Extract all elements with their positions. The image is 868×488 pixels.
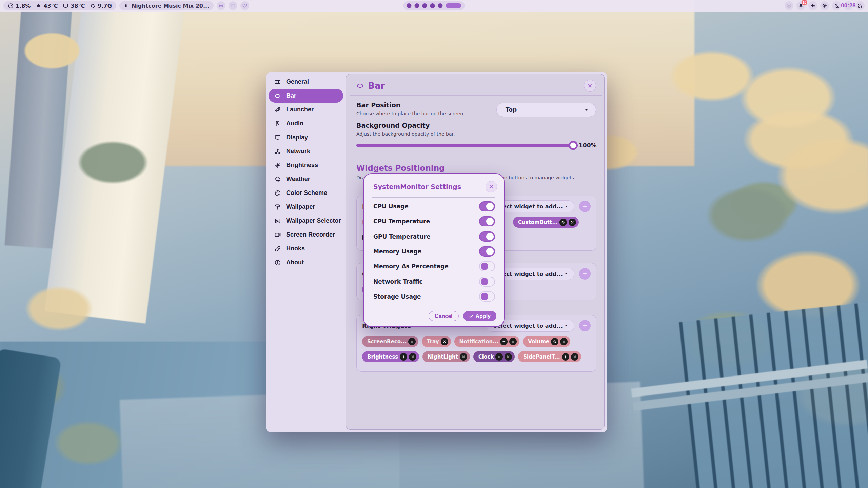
- ghost-button[interactable]: [217, 1, 225, 10]
- toggle-switch[interactable]: [479, 261, 495, 271]
- stat-cpu-temp: 43°C: [36, 3, 58, 9]
- background-opacity-label: Background Opacity: [356, 122, 596, 129]
- systemmonitor-settings-modal: SystemMonitor Settings CPU Usage CPU Tem…: [363, 173, 505, 327]
- toggle-switch[interactable]: [479, 277, 495, 287]
- chip-nightlight[interactable]: NightLight: [422, 351, 470, 362]
- chip-remove-button[interactable]: [569, 219, 576, 226]
- chip-settings-button[interactable]: [551, 338, 558, 345]
- opacity-slider[interactable]: [356, 144, 573, 147]
- sidebar-item-network[interactable]: Network: [269, 144, 343, 158]
- sidebar-item-label: Bar: [286, 92, 296, 99]
- sidebar-item-icon: [274, 106, 281, 113]
- sidebar-item-audio[interactable]: Audio: [269, 117, 343, 130]
- toggle-label: Network Traffic: [373, 278, 423, 285]
- opacity-value: 100%: [579, 142, 597, 149]
- divider: [372, 197, 495, 198]
- stat-gpu-temp: 38°C: [63, 3, 85, 9]
- sidebar-item-label: Wallpaper Selector: [286, 217, 341, 224]
- modal-close-button[interactable]: [486, 181, 497, 192]
- workspace-dot[interactable]: [415, 3, 419, 8]
- sidebar-item-wallpaper[interactable]: Wallpaper: [269, 200, 343, 214]
- quick-buttons: [217, 1, 249, 10]
- chip-settings-button[interactable]: [562, 353, 569, 361]
- chip-notification[interactable]: Notification...: [454, 336, 520, 347]
- sidebar-item-bar[interactable]: Bar: [269, 89, 343, 103]
- apply-button[interactable]: Apply: [463, 311, 496, 321]
- volume-button[interactable]: [808, 1, 817, 10]
- add-widget-button[interactable]: [579, 201, 591, 212]
- workspace-active[interactable]: [446, 3, 461, 8]
- notifications-button[interactable]: 10: [796, 1, 805, 10]
- brightness-button[interactable]: [820, 1, 829, 10]
- toggle-switch[interactable]: [479, 231, 495, 242]
- panel-close-button[interactable]: [584, 80, 596, 92]
- chip-brightness[interactable]: Brightness: [362, 351, 419, 362]
- workspace-dot[interactable]: [422, 3, 427, 8]
- chip-remove-button[interactable]: [571, 353, 578, 361]
- opacity-slider-knob[interactable]: [569, 141, 578, 150]
- workspace-dot[interactable]: [407, 3, 412, 8]
- night-light-button[interactable]: [832, 1, 841, 10]
- favorite-button[interactable]: [229, 1, 237, 10]
- screen-record-button[interactable]: [785, 1, 793, 10]
- sidebar-item-icon: [274, 134, 281, 141]
- chip-settings-button[interactable]: [495, 353, 503, 361]
- toggle-switch[interactable]: [479, 291, 495, 302]
- sidebar-item-icon: [274, 148, 281, 155]
- toggle-switch[interactable]: [479, 216, 495, 226]
- sidebar-item-label: Launcher: [286, 106, 314, 113]
- chip-remove-button[interactable]: [509, 338, 517, 345]
- notification-badge: 10: [802, 0, 807, 5]
- sidebar-item-hooks[interactable]: Hooks: [269, 242, 343, 256]
- chevron-down-icon: [564, 204, 569, 209]
- sidebar-item-label: Color Scheme: [286, 189, 327, 197]
- toggle-switch[interactable]: [479, 246, 495, 257]
- sidebar-item-wallpaper-selector[interactable]: Wallpaper Selector: [269, 214, 343, 228]
- sidebar-item-general[interactable]: General: [269, 75, 343, 89]
- workspace-indicator[interactable]: [403, 1, 465, 10]
- toggle-knob: [486, 248, 494, 255]
- top-bar: 1.8%43°C38°C9.7G Nightcore Music Mix 20.…: [0, 0, 868, 12]
- chip-volume[interactable]: Volume: [523, 336, 570, 347]
- chip-sidepanel[interactable]: SidePanelT...: [518, 351, 581, 362]
- chip-remove-button[interactable]: [441, 338, 448, 345]
- toggle-network-traffic: Network Traffic: [373, 274, 495, 289]
- favorite-button-2[interactable]: [240, 1, 249, 10]
- chip-remove-button[interactable]: [460, 353, 467, 361]
- chip-label: SidePanelT...: [523, 354, 560, 360]
- settings-sidebar: General Bar Launcher Audio Display Netwo…: [266, 72, 346, 432]
- clock-display[interactable]: 00:28: [844, 1, 853, 10]
- chip-screenrecorder[interactable]: ScreenReco...: [362, 336, 418, 347]
- sidebar-item-launcher[interactable]: Launcher: [269, 103, 343, 117]
- chip-settings-button[interactable]: [559, 219, 567, 226]
- sidebar-item-brightness[interactable]: Brightness: [269, 158, 343, 172]
- chip-custombutton[interactable]: CustomButt...: [513, 217, 579, 228]
- media-player-pill[interactable]: Nightcore Music Mix 20...: [119, 1, 214, 10]
- pause-icon[interactable]: [124, 3, 129, 8]
- chip-remove-button[interactable]: [505, 353, 512, 361]
- chip-remove-button[interactable]: [409, 353, 416, 361]
- chip-remove-button[interactable]: [560, 338, 568, 345]
- chip-tray[interactable]: Tray: [422, 336, 451, 347]
- sidebar-item-display[interactable]: Display: [269, 130, 343, 144]
- sidebar-item-about[interactable]: About: [269, 256, 343, 269]
- sidebar-item-icon: [274, 93, 281, 99]
- add-widget-button[interactable]: [579, 320, 591, 331]
- chip-settings-button[interactable]: [500, 338, 508, 345]
- workspace-dot[interactable]: [438, 3, 443, 8]
- stat-icon: [63, 3, 68, 9]
- apps-button[interactable]: [856, 1, 865, 10]
- sidebar-item-weather[interactable]: Weather: [269, 172, 343, 186]
- chip-clock[interactable]: Clock: [473, 351, 515, 362]
- sidebar-item-screen-recorder[interactable]: Screen Recorder: [269, 228, 343, 242]
- workspace-dot[interactable]: [430, 3, 435, 8]
- cancel-button[interactable]: Cancel: [429, 311, 458, 321]
- chip-remove-button[interactable]: [408, 338, 416, 345]
- bar-position-dropdown[interactable]: Top: [496, 103, 596, 117]
- toggle-switch[interactable]: [479, 201, 495, 211]
- chip-settings-button[interactable]: [400, 353, 407, 361]
- sidebar-item-color-scheme[interactable]: Color Scheme: [269, 186, 343, 200]
- stat-icon: [36, 3, 41, 9]
- stat-value: 43°C: [43, 3, 58, 9]
- add-widget-button[interactable]: [579, 268, 591, 280]
